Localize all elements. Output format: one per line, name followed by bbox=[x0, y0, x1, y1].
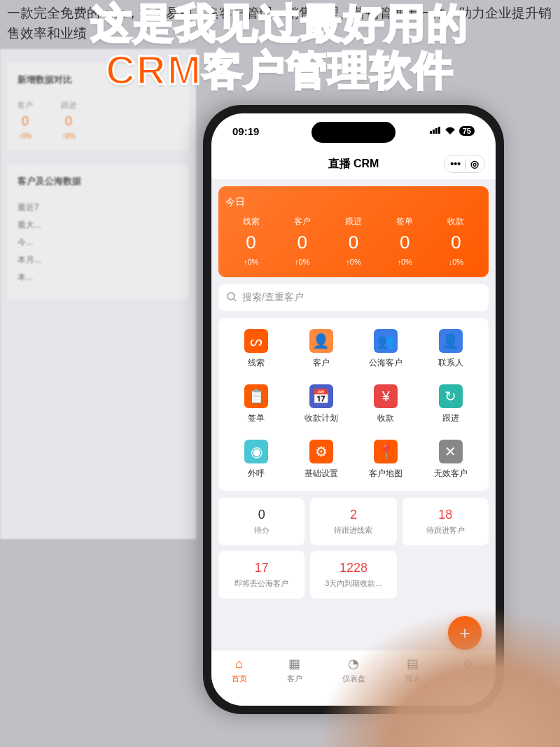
tile-label: 待跟进客户 bbox=[408, 525, 483, 536]
feature-item-联系人[interactable]: 👤 联系人 bbox=[419, 329, 484, 369]
tile-value: 18 bbox=[408, 508, 483, 522]
feature-label: 线索 bbox=[248, 357, 265, 369]
status-time: 09:19 bbox=[232, 125, 259, 137]
today-stat-item[interactable]: 客户 0 ↑0% bbox=[276, 216, 328, 266]
feature-item-跟进[interactable]: ↻ 跟进 bbox=[419, 384, 484, 424]
feature-item-客户地图[interactable]: 📍 客户地图 bbox=[354, 440, 419, 480]
svg-rect-1 bbox=[433, 130, 435, 134]
tile-value: 0 bbox=[224, 508, 299, 522]
stat-label: 线索 bbox=[225, 216, 276, 228]
svg-point-4 bbox=[227, 293, 234, 300]
tile-value: 17 bbox=[224, 561, 299, 575]
tab-客户[interactable]: ▦ 客户 bbox=[287, 656, 302, 706]
stat-pct: ↑0% bbox=[328, 258, 379, 266]
svg-rect-2 bbox=[435, 128, 438, 134]
stat-value: 0 bbox=[225, 232, 276, 253]
stat-pct: ↑0% bbox=[276, 258, 328, 266]
feature-icon-grid: ᔕ 线索👤 客户👥 公海客户👤 联系人📋 签单📅 收款计划¥ 收款↻ 跟进◉ 外… bbox=[218, 318, 489, 491]
stat-value: 0 bbox=[379, 232, 430, 253]
tab-icon: ▦ bbox=[287, 656, 302, 671]
search-icon bbox=[227, 292, 237, 304]
feature-icon: 👤 bbox=[439, 329, 463, 353]
target-icon: ◎ bbox=[470, 158, 479, 169]
feature-label: 外呼 bbox=[248, 468, 265, 480]
feature-icon: ⚙ bbox=[309, 440, 333, 463]
feature-item-无效客户[interactable]: ✕ 无效客户 bbox=[419, 440, 484, 480]
summary-tiles: 0 待办2 待跟进线索18 待跟进客户17 即将丢公海客户1228 3天内到期收… bbox=[218, 498, 489, 599]
main-content: 今日 线索 0 ↑0%客户 0 ↑0%跟进 0 ↑0%签单 0 ↑0%收款 0 bbox=[211, 179, 496, 650]
feature-item-签单[interactable]: 📋 签单 bbox=[224, 384, 289, 424]
search-placeholder: 搜索/查重客户 bbox=[242, 291, 304, 304]
stat-label: 客户 bbox=[276, 216, 328, 228]
stat-label: 签单 bbox=[379, 216, 430, 228]
feature-label: 基础设置 bbox=[304, 468, 338, 480]
tab-label: 客户 bbox=[287, 673, 302, 684]
today-stat-item[interactable]: 签单 0 ↑0% bbox=[379, 216, 430, 266]
tab-icon: ⌂ bbox=[232, 656, 247, 671]
today-stat-item[interactable]: 跟进 0 ↑0% bbox=[328, 216, 379, 266]
tile-label: 待办 bbox=[224, 525, 299, 536]
feature-label: 跟进 bbox=[442, 412, 459, 424]
stat-value: 0 bbox=[430, 232, 482, 253]
stat-pct: ↑0% bbox=[379, 258, 430, 266]
svg-line-5 bbox=[234, 299, 236, 301]
phone-notch bbox=[312, 122, 396, 143]
tile-label: 3天内到期收款... bbox=[316, 578, 391, 589]
feature-item-外呼[interactable]: ◉ 外呼 bbox=[224, 440, 289, 480]
feature-icon: 📍 bbox=[374, 440, 398, 463]
today-stat-item[interactable]: 收款 0 ↓0% bbox=[430, 216, 482, 266]
feature-icon: ↻ bbox=[439, 384, 463, 408]
tab-首页[interactable]: ⌂ 首页 bbox=[232, 656, 247, 706]
search-input[interactable]: 搜索/查重客户 bbox=[218, 284, 489, 311]
feature-item-收款[interactable]: ¥ 收款 bbox=[354, 384, 419, 424]
background-dashboard: 新增数据对比 客户 0 ↑0% 跟进 0 ↑0% 客户及公海数据 最近7最大..… bbox=[0, 49, 196, 539]
feature-item-基础设置[interactable]: ⚙ 基础设置 bbox=[289, 440, 354, 480]
bg-list-item: 本... bbox=[18, 272, 178, 284]
summary-tile[interactable]: 2 待跟进线索 bbox=[310, 498, 396, 545]
feature-icon: ◉ bbox=[244, 440, 268, 463]
feature-item-客户[interactable]: 👤 客户 bbox=[289, 329, 354, 369]
stat-label: 跟进 bbox=[328, 216, 379, 228]
feature-icon: 👥 bbox=[374, 329, 398, 353]
feature-item-收款计划[interactable]: 📅 收款计划 bbox=[289, 384, 354, 424]
stat-value: 0 bbox=[276, 232, 328, 253]
menu-dots-icon: ••• bbox=[450, 158, 461, 169]
bg-card2-title: 客户及公海数据 bbox=[18, 175, 178, 188]
feature-item-线索[interactable]: ᔕ 线索 bbox=[224, 329, 289, 369]
bg-list-item: 今... bbox=[18, 237, 178, 249]
summary-tile[interactable]: 17 即将丢公海客户 bbox=[218, 551, 304, 599]
bg-list-item: 最近7 bbox=[18, 202, 178, 214]
tile-label: 待跟进线索 bbox=[316, 525, 391, 536]
bg-list-item: 本月... bbox=[18, 254, 178, 266]
stat-label: 收款 bbox=[430, 216, 482, 228]
feature-icon: 👤 bbox=[309, 329, 333, 353]
stat-pct: ↑0% bbox=[225, 258, 276, 266]
today-stats-card[interactable]: 今日 线索 0 ↑0%客户 0 ↑0%跟进 0 ↑0%签单 0 ↑0%收款 0 bbox=[218, 186, 489, 277]
feature-icon: 📋 bbox=[244, 384, 268, 408]
svg-rect-0 bbox=[430, 131, 432, 134]
bg-card-title: 新增数据对比 bbox=[18, 74, 178, 86]
miniapp-menu-button[interactable]: ••• | ◎ bbox=[444, 155, 485, 173]
feature-icon: ¥ bbox=[374, 384, 398, 408]
feature-label: 签单 bbox=[248, 412, 265, 424]
tile-value: 2 bbox=[316, 508, 391, 522]
summary-tile[interactable]: 0 待办 bbox=[218, 498, 304, 545]
feature-label: 客户地图 bbox=[369, 468, 402, 480]
feature-icon: 📅 bbox=[309, 384, 333, 408]
feature-label: 客户 bbox=[313, 357, 330, 369]
battery-level: 75 bbox=[459, 126, 475, 136]
bg-list-item: 最大... bbox=[18, 219, 178, 231]
feature-item-公海客户[interactable]: 👥 公海客户 bbox=[354, 329, 419, 369]
feature-icon: ᔕ bbox=[244, 329, 268, 353]
tile-value: 1228 bbox=[316, 561, 391, 575]
feature-label: 收款计划 bbox=[304, 412, 338, 424]
today-stat-item[interactable]: 线索 0 ↑0% bbox=[225, 216, 276, 266]
stat-pct: ↓0% bbox=[430, 258, 482, 266]
app-header: 直播 CRM ••• | ◎ bbox=[211, 148, 496, 179]
app-title: 直播 CRM bbox=[328, 157, 379, 172]
summary-tile[interactable]: 18 待跟进客户 bbox=[402, 498, 489, 545]
stat-value: 0 bbox=[328, 232, 379, 253]
feature-label: 无效客户 bbox=[434, 468, 468, 480]
tab-label: 首页 bbox=[232, 673, 247, 684]
summary-tile[interactable]: 1228 3天内到期收款... bbox=[310, 551, 396, 599]
